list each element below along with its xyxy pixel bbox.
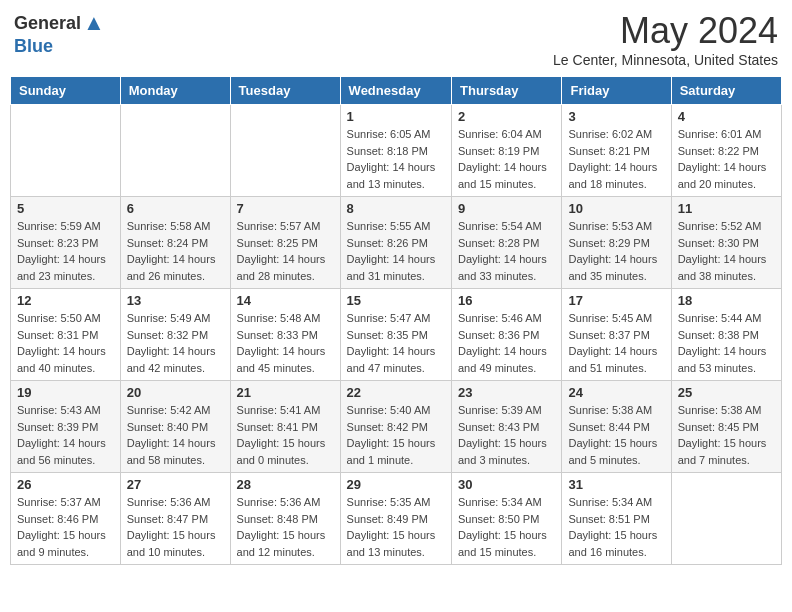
day-number: 26: [17, 477, 114, 492]
day-number: 12: [17, 293, 114, 308]
calendar-cell: 22Sunrise: 5:40 AM Sunset: 8:42 PM Dayli…: [340, 381, 451, 473]
month-title: May 2024: [553, 10, 778, 52]
logo-blue-text: Blue: [14, 36, 53, 57]
day-number: 18: [678, 293, 775, 308]
day-number: 22: [347, 385, 445, 400]
day-number: 7: [237, 201, 334, 216]
calendar-cell: 25Sunrise: 5:38 AM Sunset: 8:45 PM Dayli…: [671, 381, 781, 473]
location-text: Le Center, Minnesota, United States: [553, 52, 778, 68]
calendar-week-row: 12Sunrise: 5:50 AM Sunset: 8:31 PM Dayli…: [11, 289, 782, 381]
day-number: 25: [678, 385, 775, 400]
day-of-week-header: Tuesday: [230, 77, 340, 105]
calendar-cell: 26Sunrise: 5:37 AM Sunset: 8:46 PM Dayli…: [11, 473, 121, 565]
day-number: 27: [127, 477, 224, 492]
day-number: 10: [568, 201, 664, 216]
day-of-week-header: Monday: [120, 77, 230, 105]
calendar-cell: 24Sunrise: 5:38 AM Sunset: 8:44 PM Dayli…: [562, 381, 671, 473]
day-info: Sunrise: 5:38 AM Sunset: 8:45 PM Dayligh…: [678, 402, 775, 468]
calendar-cell: 1Sunrise: 6:05 AM Sunset: 8:18 PM Daylig…: [340, 105, 451, 197]
day-info: Sunrise: 5:43 AM Sunset: 8:39 PM Dayligh…: [17, 402, 114, 468]
calendar-cell: 17Sunrise: 5:45 AM Sunset: 8:37 PM Dayli…: [562, 289, 671, 381]
day-number: 4: [678, 109, 775, 124]
day-number: 3: [568, 109, 664, 124]
day-number: 21: [237, 385, 334, 400]
day-of-week-header: Thursday: [452, 77, 562, 105]
day-number: 11: [678, 201, 775, 216]
day-info: Sunrise: 5:55 AM Sunset: 8:26 PM Dayligh…: [347, 218, 445, 284]
day-number: 29: [347, 477, 445, 492]
day-info: Sunrise: 5:49 AM Sunset: 8:32 PM Dayligh…: [127, 310, 224, 376]
day-number: 16: [458, 293, 555, 308]
calendar-cell: 28Sunrise: 5:36 AM Sunset: 8:48 PM Dayli…: [230, 473, 340, 565]
calendar-cell: 2Sunrise: 6:04 AM Sunset: 8:19 PM Daylig…: [452, 105, 562, 197]
calendar-cell: 8Sunrise: 5:55 AM Sunset: 8:26 PM Daylig…: [340, 197, 451, 289]
logo-general-text: General: [14, 13, 81, 34]
calendar-cell: 10Sunrise: 5:53 AM Sunset: 8:29 PM Dayli…: [562, 197, 671, 289]
day-number: 8: [347, 201, 445, 216]
calendar-cell: 6Sunrise: 5:58 AM Sunset: 8:24 PM Daylig…: [120, 197, 230, 289]
day-info: Sunrise: 5:47 AM Sunset: 8:35 PM Dayligh…: [347, 310, 445, 376]
day-info: Sunrise: 5:53 AM Sunset: 8:29 PM Dayligh…: [568, 218, 664, 284]
calendar-cell: 19Sunrise: 5:43 AM Sunset: 8:39 PM Dayli…: [11, 381, 121, 473]
day-info: Sunrise: 5:36 AM Sunset: 8:48 PM Dayligh…: [237, 494, 334, 560]
day-of-week-header: Sunday: [11, 77, 121, 105]
day-info: Sunrise: 5:57 AM Sunset: 8:25 PM Dayligh…: [237, 218, 334, 284]
day-number: 24: [568, 385, 664, 400]
day-info: Sunrise: 5:34 AM Sunset: 8:51 PM Dayligh…: [568, 494, 664, 560]
day-info: Sunrise: 5:46 AM Sunset: 8:36 PM Dayligh…: [458, 310, 555, 376]
calendar-cell: 29Sunrise: 5:35 AM Sunset: 8:49 PM Dayli…: [340, 473, 451, 565]
calendar-cell: [11, 105, 121, 197]
day-number: 13: [127, 293, 224, 308]
calendar-cell: [671, 473, 781, 565]
logo-bird-icon: ▲: [83, 10, 105, 36]
page-header: General ▲ Blue May 2024 Le Center, Minne…: [10, 10, 782, 68]
day-info: Sunrise: 6:01 AM Sunset: 8:22 PM Dayligh…: [678, 126, 775, 192]
calendar-cell: 16Sunrise: 5:46 AM Sunset: 8:36 PM Dayli…: [452, 289, 562, 381]
day-info: Sunrise: 5:42 AM Sunset: 8:40 PM Dayligh…: [127, 402, 224, 468]
calendar-cell: 31Sunrise: 5:34 AM Sunset: 8:51 PM Dayli…: [562, 473, 671, 565]
day-of-week-header: Friday: [562, 77, 671, 105]
day-of-week-header: Saturday: [671, 77, 781, 105]
calendar-cell: 9Sunrise: 5:54 AM Sunset: 8:28 PM Daylig…: [452, 197, 562, 289]
calendar-cell: 18Sunrise: 5:44 AM Sunset: 8:38 PM Dayli…: [671, 289, 781, 381]
day-info: Sunrise: 5:38 AM Sunset: 8:44 PM Dayligh…: [568, 402, 664, 468]
day-info: Sunrise: 5:40 AM Sunset: 8:42 PM Dayligh…: [347, 402, 445, 468]
day-number: 9: [458, 201, 555, 216]
calendar-week-row: 26Sunrise: 5:37 AM Sunset: 8:46 PM Dayli…: [11, 473, 782, 565]
day-info: Sunrise: 5:52 AM Sunset: 8:30 PM Dayligh…: [678, 218, 775, 284]
day-number: 15: [347, 293, 445, 308]
day-info: Sunrise: 5:59 AM Sunset: 8:23 PM Dayligh…: [17, 218, 114, 284]
day-number: 5: [17, 201, 114, 216]
day-number: 1: [347, 109, 445, 124]
day-number: 20: [127, 385, 224, 400]
day-info: Sunrise: 6:02 AM Sunset: 8:21 PM Dayligh…: [568, 126, 664, 192]
calendar-header-row: SundayMondayTuesdayWednesdayThursdayFrid…: [11, 77, 782, 105]
day-number: 28: [237, 477, 334, 492]
calendar-cell: 23Sunrise: 5:39 AM Sunset: 8:43 PM Dayli…: [452, 381, 562, 473]
day-info: Sunrise: 6:04 AM Sunset: 8:19 PM Dayligh…: [458, 126, 555, 192]
calendar-cell: 5Sunrise: 5:59 AM Sunset: 8:23 PM Daylig…: [11, 197, 121, 289]
calendar-cell: [230, 105, 340, 197]
calendar-cell: 13Sunrise: 5:49 AM Sunset: 8:32 PM Dayli…: [120, 289, 230, 381]
day-info: Sunrise: 5:54 AM Sunset: 8:28 PM Dayligh…: [458, 218, 555, 284]
day-info: Sunrise: 6:05 AM Sunset: 8:18 PM Dayligh…: [347, 126, 445, 192]
calendar-cell: 21Sunrise: 5:41 AM Sunset: 8:41 PM Dayli…: [230, 381, 340, 473]
day-info: Sunrise: 5:39 AM Sunset: 8:43 PM Dayligh…: [458, 402, 555, 468]
title-area: May 2024 Le Center, Minnesota, United St…: [553, 10, 778, 68]
logo: General ▲ Blue: [14, 10, 105, 57]
day-number: 23: [458, 385, 555, 400]
day-info: Sunrise: 5:36 AM Sunset: 8:47 PM Dayligh…: [127, 494, 224, 560]
calendar-cell: 30Sunrise: 5:34 AM Sunset: 8:50 PM Dayli…: [452, 473, 562, 565]
calendar-cell: [120, 105, 230, 197]
day-info: Sunrise: 5:50 AM Sunset: 8:31 PM Dayligh…: [17, 310, 114, 376]
day-info: Sunrise: 5:48 AM Sunset: 8:33 PM Dayligh…: [237, 310, 334, 376]
day-info: Sunrise: 5:41 AM Sunset: 8:41 PM Dayligh…: [237, 402, 334, 468]
day-info: Sunrise: 5:58 AM Sunset: 8:24 PM Dayligh…: [127, 218, 224, 284]
day-number: 6: [127, 201, 224, 216]
day-number: 14: [237, 293, 334, 308]
calendar-table: SundayMondayTuesdayWednesdayThursdayFrid…: [10, 76, 782, 565]
calendar-week-row: 1Sunrise: 6:05 AM Sunset: 8:18 PM Daylig…: [11, 105, 782, 197]
calendar-cell: 7Sunrise: 5:57 AM Sunset: 8:25 PM Daylig…: [230, 197, 340, 289]
day-number: 17: [568, 293, 664, 308]
day-number: 2: [458, 109, 555, 124]
